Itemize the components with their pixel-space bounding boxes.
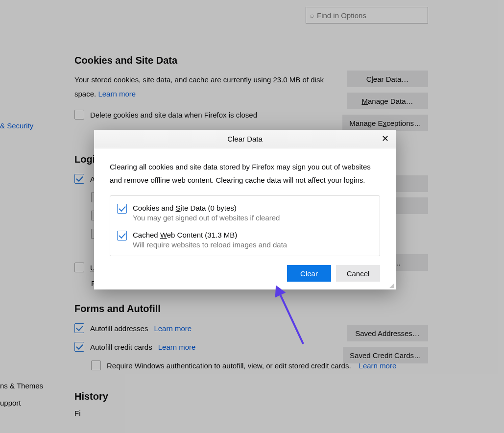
delete-on-close-label: Delete cookies and site data when Firefo…	[90, 111, 257, 119]
sidebar-item-extensions[interactable]: ns & Themes	[0, 377, 59, 394]
category-sidebar: & Security	[0, 37, 59, 134]
cookies-learn-more[interactable]: Learn more	[98, 90, 136, 98]
option-cache-checkbox[interactable]	[117, 231, 127, 241]
dialog-options: Cookies and Site Data (0 bytes) You may …	[110, 195, 380, 256]
option-cookies-checkbox[interactable]	[117, 204, 127, 214]
logins-checkbox-2[interactable]	[74, 263, 84, 272]
dialog-title: Clear Data	[227, 135, 263, 143]
resize-grip-icon[interactable]	[389, 283, 394, 288]
option-cookies-sub: You may get signed out of websites if cl…	[133, 214, 280, 222]
option-cookies-label: Cookies and Site Data (0 bytes)	[133, 204, 280, 212]
history-section: History Fi	[74, 391, 432, 417]
option-cache[interactable]: Cached Web Content (31.3 MB) Will requir…	[117, 231, 373, 249]
option-cache-sub: Will require websites to reload images a…	[133, 241, 287, 249]
clear-data-dialog: Clear Data ✕ Clearing all cookies and si…	[94, 130, 396, 289]
search-icon: ⌕	[310, 12, 314, 19]
forms-section: Forms and Autofill Autofill addresses Le…	[74, 303, 432, 370]
dialog-cancel-button[interactable]: Cancel	[336, 265, 380, 282]
require-winauth-checkbox[interactable]	[91, 361, 101, 370]
autofill-cards-learn[interactable]: Learn more	[158, 343, 196, 351]
saved-addresses-button[interactable]: Saved Addresses…	[347, 325, 428, 341]
autofill-addresses-learn[interactable]: Learn more	[154, 324, 192, 333]
history-heading: History	[74, 391, 432, 402]
dialog-close-button[interactable]: ✕	[378, 132, 392, 145]
require-winauth-label: Require Windows authentication to autofi…	[107, 361, 351, 370]
dialog-clear-button[interactable]: Clear	[287, 265, 331, 282]
close-icon: ✕	[382, 133, 389, 144]
history-line: Fi	[74, 409, 432, 417]
logins-checkbox-1[interactable]	[74, 174, 84, 184]
autofill-addresses-checkbox[interactable]	[74, 323, 84, 333]
manage-exceptions-button[interactable]: Manage Exceptions…	[342, 115, 428, 131]
option-cookies[interactable]: Cookies and Site Data (0 bytes) You may …	[117, 204, 373, 222]
autofill-cards-checkbox[interactable]	[74, 342, 84, 352]
sidebar-item-support[interactable]: upport	[0, 394, 59, 411]
forms-heading: Forms and Autofill	[74, 303, 432, 314]
cookies-heading: Cookies and Site Data	[74, 55, 432, 66]
dialog-titlebar: Clear Data ✕	[94, 130, 396, 148]
search-input[interactable]	[317, 11, 424, 20]
delete-on-close-checkbox[interactable]	[74, 110, 84, 120]
saved-cards-button[interactable]: Saved Credit Cards…	[343, 347, 428, 363]
autofill-addresses-label: Autofill addresses	[90, 324, 148, 333]
dialog-intro: Clearing all cookies and site data store…	[110, 160, 380, 187]
clear-data-button[interactable]: Clear Data…	[347, 71, 428, 87]
options-search[interactable]: ⌕	[306, 7, 428, 24]
cookies-description: Your stored cookies, site data, and cach…	[74, 73, 329, 101]
option-cache-label: Cached Web Content (31.3 MB)	[133, 231, 287, 239]
autofill-cards-label: Autofill credit cards	[90, 343, 152, 351]
sidebar-item-security[interactable]: & Security	[0, 118, 59, 134]
manage-data-button[interactable]: Manage Data…	[347, 93, 428, 109]
cookies-section: Cookies and Site Data Your stored cookie…	[74, 55, 432, 120]
